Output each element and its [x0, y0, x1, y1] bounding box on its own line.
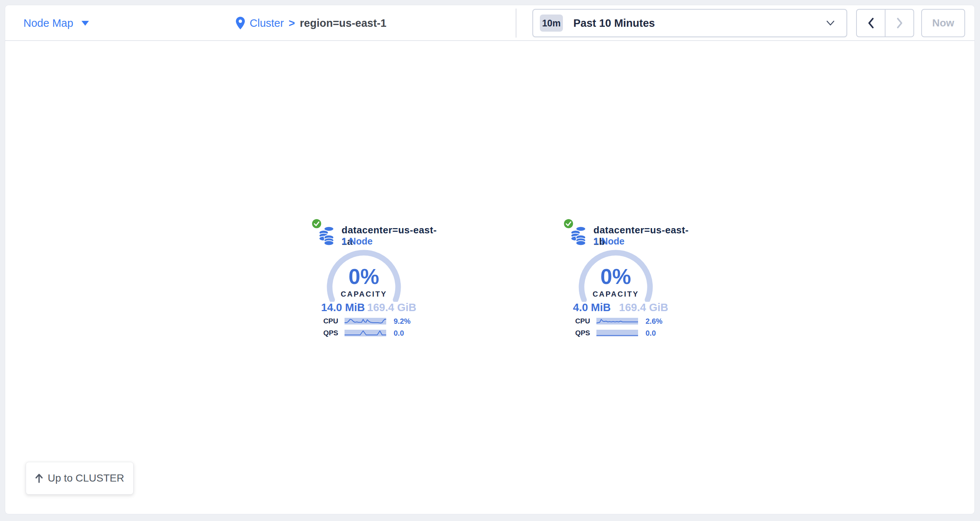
- cpu-metric-row: CPU 2.6%: [557, 317, 669, 325]
- capacity-percent: 0%: [327, 266, 401, 287]
- header-divider: [515, 8, 516, 38]
- database-stack-icon: [319, 226, 334, 246]
- qps-sparkline: [597, 330, 638, 336]
- header-bar: Node Map Cluster > region=us-east-1 10m …: [5, 5, 974, 41]
- database-stack-icon: [571, 226, 586, 246]
- chevron-left-icon: [868, 18, 874, 29]
- breadcrumb: Cluster > region=us-east-1: [236, 5, 387, 41]
- capacity-total: 169.4 GiB: [367, 301, 416, 314]
- caret-down-icon: [81, 21, 89, 25]
- capacity-total: 169.4 GiB: [619, 301, 668, 314]
- datacenter-card-us-east-1b[interactable]: datacenter=us-east-1b 1 Node 0% CAPACITY…: [557, 216, 699, 343]
- breadcrumb-cluster-link[interactable]: Cluster: [250, 17, 284, 29]
- chevron-down-icon: [826, 21, 835, 25]
- cpu-label: CPU: [305, 317, 338, 325]
- capacity-stats: 4.0 MiB 169.4 GiB: [573, 301, 668, 314]
- up-to-cluster-button[interactable]: Up to CLUSTER: [25, 462, 134, 495]
- now-button[interactable]: Now: [921, 9, 965, 37]
- time-range-selector[interactable]: 10m Past 10 Minutes: [532, 9, 847, 37]
- datacenter-node-count: 1 Node: [593, 236, 624, 247]
- up-button-label: Up to CLUSTER: [48, 472, 124, 484]
- capacity-stats: 14.0 MiB 169.4 GiB: [321, 301, 416, 314]
- qps-metric-row: QPS 0.0: [557, 329, 669, 337]
- capacity-label: CAPACITY: [575, 290, 657, 298]
- datacenter-node-count: 1 Node: [342, 236, 372, 247]
- breadcrumb-current: region=us-east-1: [300, 17, 387, 29]
- cpu-sparkline: [345, 318, 386, 325]
- view-dropdown[interactable]: Node Map: [24, 5, 89, 41]
- cpu-metric-row: CPU 9.2%: [305, 317, 417, 325]
- capacity-used: 4.0 MiB: [573, 301, 611, 314]
- datacenter-card-us-east-1a[interactable]: datacenter=us-east-1a 1 Node 0% CAPACITY…: [305, 216, 447, 343]
- capacity-used: 14.0 MiB: [321, 301, 365, 314]
- cpu-sparkline: [597, 318, 638, 325]
- chevron-right-icon: [896, 18, 903, 29]
- qps-metric-row: QPS 0.0: [305, 329, 417, 337]
- breadcrumb-separator: >: [289, 17, 295, 29]
- capacity-label: CAPACITY: [323, 290, 405, 298]
- time-range-badge: 10m: [540, 14, 563, 32]
- time-forward-button[interactable]: [885, 10, 913, 37]
- qps-label: QPS: [305, 329, 338, 337]
- now-button-label: Now: [932, 17, 954, 29]
- view-dropdown-label: Node Map: [24, 17, 73, 29]
- qps-label: QPS: [557, 329, 590, 337]
- qps-value: 0.0: [646, 329, 656, 338]
- time-back-button[interactable]: [857, 10, 885, 37]
- time-range-label: Past 10 Minutes: [573, 17, 826, 29]
- cpu-label: CPU: [557, 317, 590, 325]
- location-pin-icon: [236, 17, 245, 29]
- time-nav-group: [856, 9, 914, 37]
- cpu-value: 2.6%: [646, 317, 663, 326]
- capacity-percent: 0%: [579, 266, 653, 287]
- qps-value: 0.0: [394, 329, 404, 338]
- arrow-up-icon: [35, 473, 43, 483]
- qps-sparkline: [345, 330, 386, 336]
- cpu-value: 9.2%: [394, 317, 411, 326]
- app-panel: Node Map Cluster > region=us-east-1 10m …: [5, 5, 975, 514]
